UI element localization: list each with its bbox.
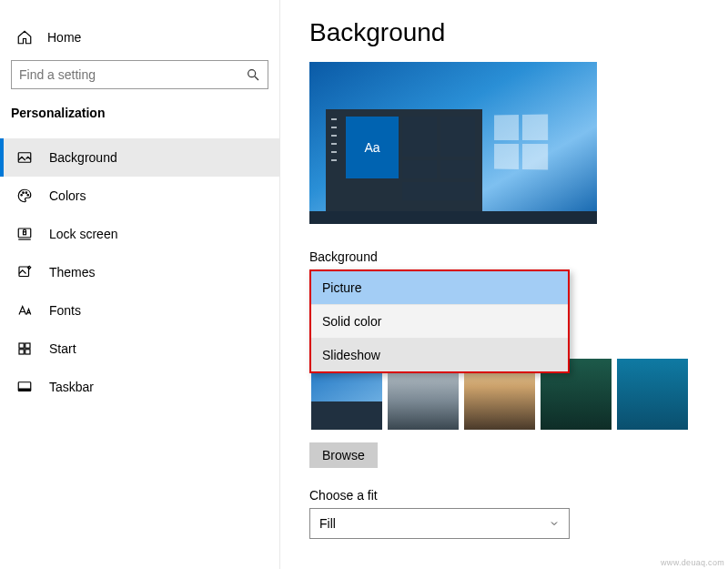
page-title: Background bbox=[309, 18, 706, 47]
background-dropdown[interactable]: Picture Solid color Slideshow bbox=[309, 269, 570, 373]
svg-rect-16 bbox=[18, 389, 31, 391]
dropdown-option-solid-color[interactable]: Solid color bbox=[311, 304, 568, 338]
chevron-down-icon bbox=[549, 518, 560, 529]
browse-button[interactable]: Browse bbox=[309, 442, 378, 468]
sidebar-item-label: Background bbox=[49, 150, 117, 165]
windows-logo-icon bbox=[494, 114, 548, 169]
sidebar-item-colors[interactable]: Colors bbox=[0, 177, 279, 215]
sidebar-item-taskbar[interactable]: Taskbar bbox=[0, 368, 279, 406]
settings-window: Home Personalization Background Colors L… bbox=[0, 0, 728, 569]
sidebar-nav: Background Colors Lock screen Themes Fon… bbox=[0, 138, 279, 406]
preview-tile-sample: Aa bbox=[346, 117, 399, 178]
sidebar-item-label: Fonts bbox=[49, 303, 81, 318]
picture-icon bbox=[16, 149, 33, 166]
search-input[interactable] bbox=[19, 67, 246, 82]
dropdown-option-picture[interactable]: Picture bbox=[311, 271, 568, 304]
sidebar-item-label: Lock screen bbox=[49, 227, 117, 241]
svg-rect-13 bbox=[19, 350, 24, 354]
preview-start-tiles: Aa bbox=[342, 109, 482, 211]
svg-point-0 bbox=[248, 70, 256, 77]
fit-field-label: Choose a fit bbox=[309, 488, 706, 503]
preview-taskbar bbox=[309, 211, 597, 224]
start-icon bbox=[16, 340, 33, 357]
svg-point-5 bbox=[25, 192, 27, 194]
svg-point-6 bbox=[27, 195, 29, 197]
taskbar-icon bbox=[16, 379, 33, 395]
search-icon bbox=[246, 67, 260, 82]
sidebar-item-fonts[interactable]: Fonts bbox=[0, 291, 279, 330]
preview-start-left bbox=[326, 109, 342, 211]
fit-value: Fill bbox=[319, 516, 336, 531]
fit-section: Choose a fit Fill bbox=[309, 488, 706, 539]
svg-rect-9 bbox=[24, 232, 26, 235]
fonts-icon bbox=[16, 302, 33, 319]
search-container bbox=[0, 53, 279, 89]
themes-icon bbox=[16, 264, 33, 280]
sidebar-item-label: Start bbox=[49, 341, 76, 356]
svg-rect-14 bbox=[25, 350, 30, 354]
background-field-label: Background bbox=[309, 249, 706, 264]
home-link[interactable]: Home bbox=[0, 22, 279, 53]
preview-start-menu: Aa bbox=[326, 109, 482, 211]
svg-point-3 bbox=[21, 195, 23, 197]
dropdown-option-slideshow[interactable]: Slideshow bbox=[311, 338, 568, 371]
svg-point-4 bbox=[23, 192, 25, 194]
sidebar: Home Personalization Background Colors L… bbox=[0, 0, 280, 569]
thumbnail[interactable] bbox=[617, 359, 688, 430]
sidebar-item-label: Themes bbox=[49, 265, 96, 279]
sidebar-item-lock-screen[interactable]: Lock screen bbox=[0, 215, 279, 253]
watermark: www.deuaq.com bbox=[661, 558, 724, 567]
sidebar-item-start[interactable]: Start bbox=[0, 330, 279, 368]
sidebar-item-label: Taskbar bbox=[49, 380, 94, 394]
palette-icon bbox=[16, 188, 33, 204]
sidebar-item-label: Colors bbox=[49, 188, 86, 203]
fit-select[interactable]: Fill bbox=[309, 508, 570, 539]
desktop-preview: Aa bbox=[309, 62, 597, 224]
svg-rect-11 bbox=[19, 343, 24, 348]
lock-screen-icon bbox=[16, 226, 33, 242]
sidebar-item-background[interactable]: Background bbox=[0, 138, 279, 177]
main-panel: Background Aa Background Picture Solid c… bbox=[280, 0, 728, 569]
search-input-wrap[interactable] bbox=[11, 60, 268, 89]
home-icon bbox=[16, 29, 33, 46]
home-label: Home bbox=[47, 30, 81, 45]
svg-line-1 bbox=[255, 76, 258, 80]
sidebar-item-themes[interactable]: Themes bbox=[0, 253, 279, 291]
svg-rect-12 bbox=[25, 343, 30, 348]
section-title: Personalization bbox=[0, 89, 279, 127]
